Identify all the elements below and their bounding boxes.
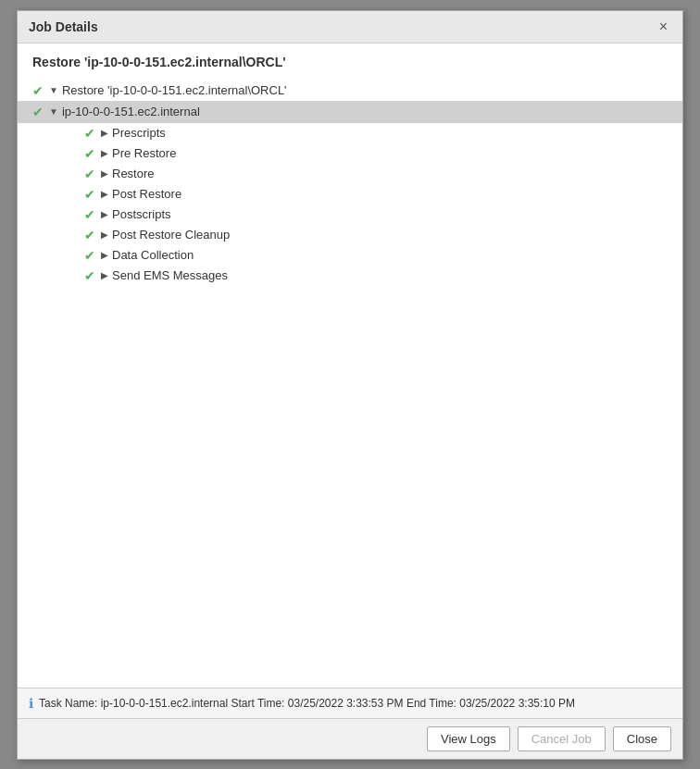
tree-item-label: Data Collection	[112, 248, 194, 262]
tree-item-label: Post Restore	[112, 187, 181, 201]
info-icon: ℹ	[29, 696, 33, 711]
tree-item[interactable]: ✔ ▶ Pre Restore	[32, 143, 668, 164]
expand-arrow-icon[interactable]: ▶	[101, 128, 108, 138]
tree-item-label: Pre Restore	[112, 146, 176, 160]
cancel-job-button[interactable]: Cancel Job	[518, 726, 606, 751]
dialog-title: Job Details	[29, 19, 98, 34]
check-icon: ✔	[84, 268, 101, 283]
tree-item[interactable]: ✔ ▶ Send EMS Messages	[32, 266, 668, 286]
tree-item[interactable]: ✔ ▼ ip-10-0-0-151.ec2.internal	[18, 101, 682, 123]
collapse-arrow-icon[interactable]: ▼	[49, 85, 58, 95]
expand-arrow-icon[interactable]: ▶	[101, 229, 108, 240]
expand-arrow-icon[interactable]: ▶	[101, 148, 108, 158]
check-icon: ✔	[84, 146, 101, 161]
check-icon: ✔	[32, 105, 49, 119]
tree-item[interactable]: ✔ ▶ Post Restore Cleanup	[32, 225, 668, 245]
close-x-button[interactable]: ×	[656, 19, 671, 35]
job-title: Restore 'ip-10-0-0-151.ec2.internal\ORCL…	[32, 55, 668, 69]
check-icon: ✔	[84, 248, 101, 263]
job-details-dialog: Job Details × Restore 'ip-10-0-0-151.ec2…	[17, 10, 683, 760]
tree-item[interactable]: ✔ ▶ Post Restore	[32, 184, 668, 205]
tree-container: ✔ ▼ Restore 'ip-10-0-0-151.ec2.internal\…	[32, 81, 668, 676]
check-icon: ✔	[84, 228, 101, 242]
collapse-arrow-icon[interactable]: ▼	[49, 106, 58, 117]
tree-item[interactable]: ✔ ▶ Restore	[32, 164, 668, 184]
tree-item[interactable]: ✔ ▶ Data Collection	[32, 245, 668, 266]
check-icon: ✔	[84, 167, 101, 181]
tree-item[interactable]: ✔ ▶ Prescripts	[32, 123, 668, 143]
view-logs-button[interactable]: View Logs	[427, 726, 510, 751]
tree-item[interactable]: ✔ ▼ Restore 'ip-10-0-0-151.ec2.internal\…	[32, 81, 668, 101]
close-button[interactable]: Close	[613, 726, 671, 751]
tree-item-label: Postscripts	[112, 207, 171, 221]
tree-item[interactable]: ✔ ▶ Postscripts	[32, 205, 668, 225]
status-bar: ℹ Task Name: ip-10-0-0-151.ec2.internal …	[18, 688, 682, 718]
dialog-footer: View Logs Cancel Job Close	[18, 718, 682, 759]
expand-arrow-icon[interactable]: ▶	[101, 189, 108, 199]
expand-arrow-icon[interactable]: ▶	[101, 209, 108, 219]
tree-item-label: Send EMS Messages	[112, 268, 228, 282]
expand-arrow-icon[interactable]: ▶	[101, 168, 108, 179]
tree-item-label: Restore 'ip-10-0-0-151.ec2.internal\ORCL…	[62, 83, 287, 97]
tree-item-label: Prescripts	[112, 126, 166, 140]
tree-item-label: Post Restore Cleanup	[112, 228, 230, 242]
check-icon: ✔	[84, 126, 101, 141]
check-icon: ✔	[84, 187, 101, 202]
tree-item-label: ip-10-0-0-151.ec2.internal	[62, 105, 200, 118]
check-icon: ✔	[32, 83, 49, 98]
tree-item-label: Restore	[112, 167, 155, 180]
status-text: Task Name: ip-10-0-0-151.ec2.internal St…	[39, 697, 575, 710]
dialog-header: Job Details ×	[18, 11, 682, 43]
dialog-body: Restore 'ip-10-0-0-151.ec2.internal\ORCL…	[18, 43, 682, 688]
expand-arrow-icon[interactable]: ▶	[101, 270, 108, 280]
expand-arrow-icon[interactable]: ▶	[101, 250, 108, 260]
check-icon: ✔	[84, 207, 101, 222]
